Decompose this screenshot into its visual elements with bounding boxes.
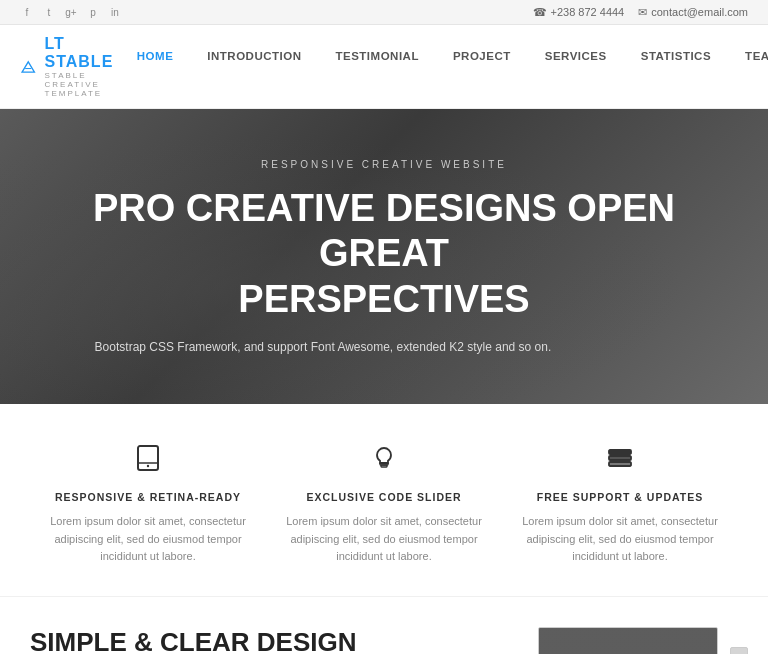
nav-home[interactable]: HOME xyxy=(129,46,182,66)
email-icon: ✉ xyxy=(638,6,647,19)
email-address: ✉ contact@email.com xyxy=(638,6,748,19)
content-section: SIMPLE & CLEAR DESIGN Lorem ipsum dolor … xyxy=(0,597,768,654)
hero-tagline: RESPONSIVE CREATIVE WEBSITE xyxy=(93,159,675,170)
mockup-strip xyxy=(730,647,748,654)
svg-rect-6 xyxy=(381,465,387,467)
bulb-icon xyxy=(279,444,489,479)
logo-text: LT STABLE STABLE CREATIVE TEMPLATE xyxy=(45,35,129,98)
feature-support-desc: Lorem ipsum dolor sit amet, consectetur … xyxy=(515,513,725,566)
features-section: RESPONSIVE & RETINA-READY Lorem ipsum do… xyxy=(0,404,768,597)
facebook-icon[interactable]: f xyxy=(20,5,34,19)
mockup-container: LT STABLE TO CREATIVE DESIGNS OPEN GREAT… xyxy=(518,627,738,654)
nav-statistics[interactable]: STATISTICS xyxy=(633,46,719,66)
linkedin-icon[interactable]: in xyxy=(108,5,122,19)
phone-icon: ☎ xyxy=(533,6,547,19)
hero-content: RESPONSIVE CREATIVE WEBSITE PRO CREATIVE… xyxy=(93,159,675,355)
nav-introduction[interactable]: INTRODUCTION xyxy=(199,46,309,66)
pinterest-icon[interactable]: p xyxy=(86,5,100,19)
mockup-hero-area: LT STABLE TO CREATIVE DESIGNS OPEN GREAT… xyxy=(539,628,717,654)
feature-responsive: RESPONSIVE & RETINA-READY Lorem ipsum do… xyxy=(43,444,253,566)
feature-support-title: FREE SUPPORT & UPDATES xyxy=(515,491,725,503)
mockup-main: LT STABLE TO CREATIVE DESIGNS OPEN GREAT… xyxy=(538,627,718,654)
nav-team[interactable]: TEAM xyxy=(737,46,768,66)
content-left: SIMPLE & CLEAR DESIGN Lorem ipsum dolor … xyxy=(30,627,488,654)
google-icon[interactable]: g+ xyxy=(64,5,78,19)
feature-slider: EXCLUSIVE CODE SLIDER Lorem ipsum dolor … xyxy=(279,444,489,566)
feature-responsive-desc: Lorem ipsum dolor sit amet, consectetur … xyxy=(43,513,253,566)
hero-section: RESPONSIVE CREATIVE WEBSITE PRO CREATIVE… xyxy=(0,109,768,404)
svg-point-3 xyxy=(147,465,149,467)
svg-rect-9 xyxy=(609,462,631,466)
feature-support: FREE SUPPORT & UPDATES Lorem ipsum dolor… xyxy=(515,444,725,566)
site-header: LT STABLE STABLE CREATIVE TEMPLATE HOME … xyxy=(0,25,768,109)
contact-info: ☎ +238 872 4444 ✉ contact@email.com xyxy=(533,6,748,19)
nav-services[interactable]: SERVICES xyxy=(537,46,615,66)
hero-title: PRO CREATIVE DESIGNS OPEN GREAT PERSPECT… xyxy=(93,186,675,323)
nav-testimonial[interactable]: TESTIMONIAL xyxy=(327,46,426,66)
feature-responsive-title: RESPONSIVE & RETINA-READY xyxy=(43,491,253,503)
nav-top-row: HOME INTRODUCTION TESTIMONIAL PROJECT SE… xyxy=(129,46,768,66)
logo[interactable]: LT STABLE STABLE CREATIVE TEMPLATE xyxy=(20,35,129,98)
svg-rect-8 xyxy=(609,456,631,460)
twitter-icon[interactable]: t xyxy=(42,5,56,19)
stack-icon xyxy=(515,444,725,479)
logo-icon xyxy=(20,51,37,83)
nav-project[interactable]: PROJECT xyxy=(445,46,519,66)
phone-number: ☎ +238 872 4444 xyxy=(533,6,625,19)
social-links[interactable]: f t g+ p in xyxy=(20,5,122,19)
hero-subtitle: Bootstrap CSS Framework, and support Fon… xyxy=(93,340,553,354)
feature-slider-desc: Lorem ipsum dolor sit amet, consectetur … xyxy=(279,513,489,566)
svg-rect-7 xyxy=(609,450,631,454)
content-mockup: LT STABLE TO CREATIVE DESIGNS OPEN GREAT… xyxy=(518,627,738,654)
section-title: SIMPLE & CLEAR DESIGN xyxy=(30,627,488,654)
feature-slider-title: EXCLUSIVE CODE SLIDER xyxy=(279,491,489,503)
tablet-icon xyxy=(43,444,253,479)
main-nav: HOME INTRODUCTION TESTIMONIAL PROJECT SE… xyxy=(129,46,768,88)
svg-marker-0 xyxy=(22,61,34,71)
top-bar: f t g+ p in ☎ +238 872 4444 ✉ contact@em… xyxy=(0,0,768,25)
